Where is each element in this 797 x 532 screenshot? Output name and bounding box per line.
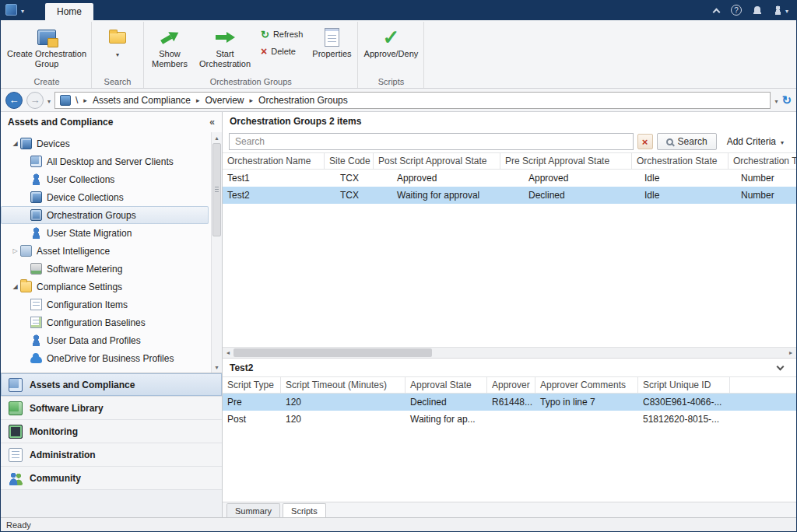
- workspace-nav-item[interactable]: Software Library: [1, 397, 222, 420]
- scroll-down-icon[interactable]: [212, 362, 223, 373]
- cell-approval-state: Waiting for ap...: [406, 414, 487, 425]
- help-icon[interactable]: [731, 5, 742, 16]
- detail-column-header[interactable]: Approver: [487, 377, 535, 393]
- search-button[interactable]: Search: [657, 133, 717, 150]
- horizontal-scroll-thumb[interactable]: [233, 348, 432, 357]
- search-input[interactable]: [229, 133, 634, 150]
- tree-item[interactable]: User Collections: [1, 170, 211, 188]
- column-header[interactable]: Orchestration State: [632, 153, 729, 169]
- detail-column-header[interactable]: Approval State: [406, 377, 487, 393]
- show-members-button[interactable]: Show Members: [146, 23, 193, 69]
- detail-tab[interactable]: Summary: [226, 503, 280, 517]
- tree-expander-icon[interactable]: [10, 283, 20, 290]
- sidebar-body: Devices All Desktop and Server Clients U…: [1, 132, 222, 373]
- sidebar-scroll-track[interactable]: [212, 143, 222, 362]
- ribbon-tab-home[interactable]: Home: [45, 3, 93, 20]
- tree-item-label: Devices: [37, 138, 70, 149]
- properties-button[interactable]: Properties: [308, 23, 355, 59]
- column-header[interactable]: Orchestration Name: [223, 153, 325, 169]
- address-dropdown-caret-icon[interactable]: [774, 95, 778, 106]
- detail-table-row[interactable]: Pre 120 Declined R61448... Typo in line …: [223, 394, 796, 411]
- quick-access-caret-icon[interactable]: [21, 5, 24, 16]
- breadcrumb-item[interactable]: Assets and Compliance: [78, 95, 191, 106]
- tree-item[interactable]: All Desktop and Server Clients: [1, 152, 211, 170]
- refresh-button[interactable]: Refresh: [257, 26, 307, 42]
- tree-item-icon: [20, 245, 32, 257]
- breadcrumb-item[interactable]: Overview: [191, 95, 244, 106]
- address-refresh-icon[interactable]: [781, 93, 792, 107]
- tree-item[interactable]: Device Collections: [1, 188, 211, 206]
- scroll-left-icon[interactable]: [223, 348, 233, 359]
- delete-icon: [261, 45, 267, 58]
- tree-item[interactable]: User Data and Profiles: [1, 331, 211, 349]
- column-header[interactable]: Site Code: [325, 153, 374, 169]
- tree-item[interactable]: Compliance Settings: [1, 278, 211, 296]
- forward-button[interactable]: [26, 92, 44, 109]
- approve-deny-button[interactable]: Approve/Deny: [360, 23, 421, 59]
- table-row[interactable]: Test1 TCX Approved Approved Idle Number: [223, 170, 796, 187]
- account-caret-icon: [785, 5, 788, 16]
- tree-item[interactable]: Configuration Items: [1, 296, 211, 313]
- delete-button[interactable]: Delete: [257, 44, 307, 59]
- workspace-nav-item[interactable]: Administration: [1, 443, 222, 467]
- workspace-nav-item[interactable]: Community: [1, 467, 222, 490]
- detail-tab[interactable]: Scripts: [283, 503, 326, 517]
- cell-site-code: TCX: [325, 173, 374, 184]
- workspace-nav-item[interactable]: Assets and Compliance: [1, 373, 222, 397]
- table-row[interactable]: Test2 TCX Waiting for approval Declined …: [223, 187, 796, 204]
- clear-search-icon[interactable]: [637, 134, 653, 149]
- tree-item[interactable]: User State Migration: [1, 224, 211, 242]
- cell-script-timeout: 120: [281, 397, 406, 408]
- detail-column-header[interactable]: Script Timeout (Minutes): [281, 377, 406, 393]
- tree-item[interactable]: Configuration Baselines: [1, 313, 211, 331]
- saved-searches-button[interactable]: [94, 23, 141, 60]
- tree-expander-icon[interactable]: [10, 247, 20, 254]
- horizontal-scroll-track[interactable]: [233, 348, 785, 358]
- app-icon[interactable]: [5, 4, 17, 16]
- breadcrumb-item[interactable]: Orchestration Groups: [244, 95, 348, 106]
- account-button[interactable]: [773, 5, 788, 16]
- detail-table-row[interactable]: Post 120 Waiting for ap... 51812620-8015…: [223, 411, 796, 428]
- add-criteria-caret-icon: [781, 136, 784, 147]
- column-header[interactable]: Pre Script Approval State: [500, 153, 632, 169]
- tree-item-label: User Data and Profiles: [47, 335, 141, 346]
- workspace-nav-item[interactable]: Monitoring: [1, 420, 222, 443]
- collapse-pane-icon[interactable]: [209, 117, 215, 128]
- detail-column-header[interactable]: Script Type: [223, 377, 281, 393]
- add-criteria-label: Add Criteria: [727, 136, 776, 147]
- create-orchestration-group-button[interactable]: Create Orchestration Group: [5, 23, 89, 69]
- minimize-ribbon-icon[interactable]: [713, 8, 721, 16]
- tree-item[interactable]: Devices: [1, 135, 211, 152]
- scroll-up-icon[interactable]: [212, 132, 223, 143]
- collapse-detail-icon[interactable]: [777, 362, 785, 370]
- breadcrumb-node-icon: [60, 95, 71, 106]
- scroll-right-icon[interactable]: [785, 348, 796, 359]
- horizontal-scrollbar[interactable]: [223, 347, 796, 358]
- cell-post-script-approval-state: Waiting for approval: [374, 190, 500, 201]
- workspace-nav: Assets and Compliance Software Library M…: [1, 373, 222, 517]
- breadcrumb[interactable]: \Assets and ComplianceOverviewOrchestrat…: [54, 92, 771, 109]
- ribbon-group-search: Search: [92, 22, 144, 88]
- tree-item[interactable]: Software Metering: [1, 260, 211, 278]
- refresh-label: Refresh: [273, 30, 304, 39]
- tree-item[interactable]: OneDrive for Business Profiles: [1, 349, 211, 367]
- cell-orchestration-type: Number: [729, 173, 796, 184]
- detail-column-header[interactable]: Approver Comments: [535, 377, 638, 393]
- tree-item[interactable]: Asset Intelligence: [1, 242, 211, 260]
- history-caret-icon[interactable]: [47, 95, 51, 106]
- cell-approver: R61448...: [487, 397, 535, 408]
- column-header[interactable]: Post Script Approval State: [374, 153, 500, 169]
- back-button[interactable]: [5, 92, 23, 109]
- sidebar-header: Assets and Compliance: [1, 112, 222, 132]
- workspace-nav-label: Assets and Compliance: [30, 380, 135, 390]
- list-title: Orchestration Groups 2 items: [223, 112, 796, 131]
- detail-column-header[interactable]: Script Unique ID: [638, 377, 730, 393]
- add-criteria-button[interactable]: Add Criteria: [721, 136, 790, 147]
- sidebar-scroll-thumb[interactable]: [212, 143, 221, 236]
- start-orchestration-button[interactable]: Start Orchestration: [195, 23, 255, 69]
- notifications-icon[interactable]: [753, 6, 761, 15]
- sidebar-scrollbar[interactable]: [211, 132, 222, 373]
- tree-item[interactable]: Orchestration Groups: [1, 206, 209, 224]
- column-header[interactable]: Orchestration T: [729, 153, 796, 169]
- tree-expander-icon[interactable]: [10, 140, 20, 147]
